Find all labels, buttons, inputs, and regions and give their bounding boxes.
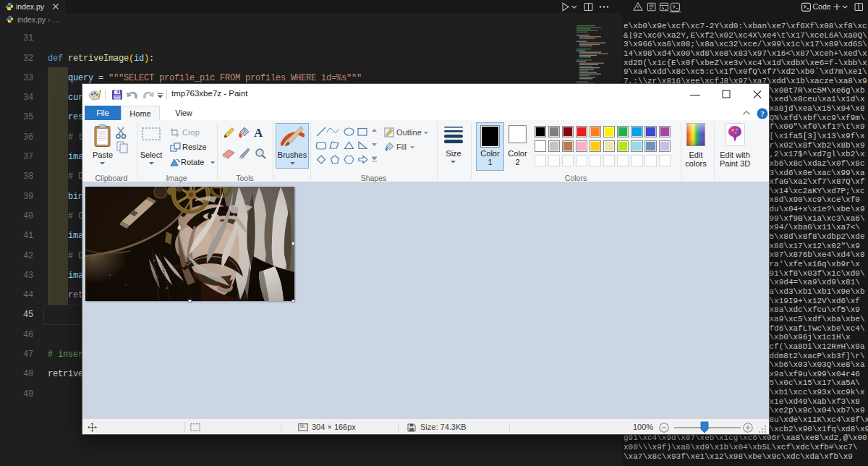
svg-text:?: ? — [760, 109, 765, 118]
svg-text:Code: Code — [813, 2, 831, 11]
